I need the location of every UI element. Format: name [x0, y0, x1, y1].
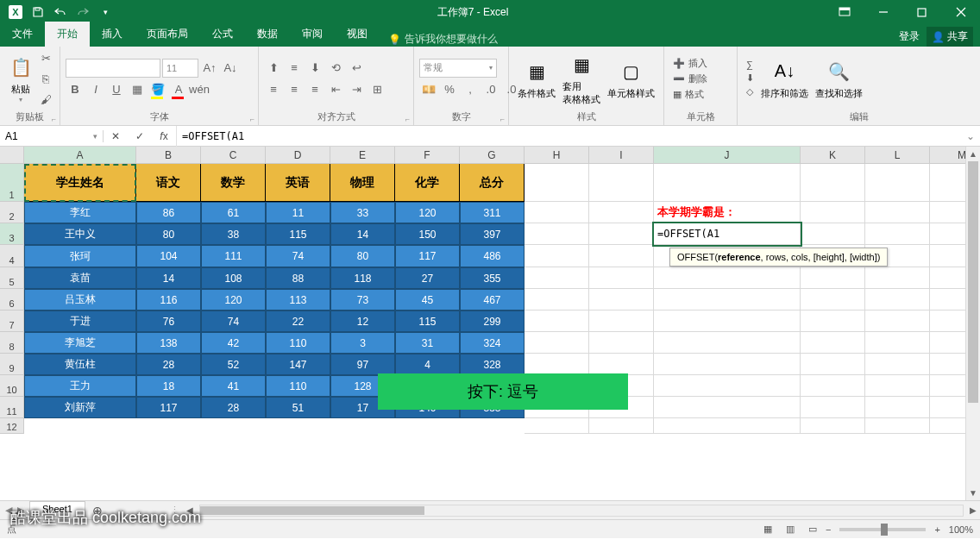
cell[interactable]: [654, 418, 801, 434]
row-header[interactable]: 10: [0, 375, 24, 397]
tab-home[interactable]: 开始: [45, 22, 90, 47]
row-header[interactable]: 5: [0, 267, 24, 289]
row-header[interactable]: 12: [0, 418, 24, 434]
cell[interactable]: 104: [136, 245, 201, 267]
cell[interactable]: 王中义: [24, 223, 136, 245]
cell[interactable]: 88: [266, 267, 330, 289]
cell[interactable]: 150: [395, 223, 460, 245]
cell[interactable]: 18: [136, 375, 201, 397]
launcher-icon[interactable]: ⌐: [405, 115, 410, 123]
cell[interactable]: 黄伍柱: [24, 354, 136, 375]
col-header[interactable]: H: [525, 147, 589, 164]
cell[interactable]: [865, 310, 930, 332]
align-middle-icon[interactable]: ≡: [285, 59, 304, 78]
cell[interactable]: 14: [136, 267, 201, 289]
number-format-combo[interactable]: 常规▾: [419, 59, 497, 78]
row-header[interactable]: 11: [0, 397, 24, 418]
font-color-button[interactable]: A: [169, 80, 188, 99]
cell[interactable]: 李红: [24, 202, 136, 223]
col-header[interactable]: K: [801, 147, 865, 164]
cell[interactable]: [865, 397, 930, 418]
copy-icon[interactable]: ⎘: [36, 69, 55, 88]
fx-icon[interactable]: fx: [152, 126, 176, 147]
wrap-text-button[interactable]: ↩: [347, 59, 366, 78]
cell[interactable]: [654, 267, 801, 289]
cell[interactable]: 138: [136, 332, 201, 354]
cell[interactable]: [865, 418, 930, 434]
cell[interactable]: [654, 397, 801, 418]
cell[interactable]: [865, 223, 930, 245]
cell[interactable]: [525, 418, 589, 434]
cell[interactable]: [865, 164, 930, 202]
font-name-combo[interactable]: [66, 59, 160, 78]
col-header[interactable]: G: [460, 147, 525, 164]
select-all-corner[interactable]: [0, 147, 24, 164]
tab-data[interactable]: 数据: [245, 22, 290, 47]
conditional-format-button[interactable]: ▦条件格式: [514, 56, 559, 102]
clear-button[interactable]: ◇: [746, 85, 754, 98]
horizontal-scrollbar[interactable]: ⋮ ◀ ▶: [170, 501, 980, 519]
align-bottom-icon[interactable]: ⬇: [305, 59, 324, 78]
cell[interactable]: 110: [266, 375, 330, 397]
cell[interactable]: 115: [266, 223, 330, 245]
format-painter-icon[interactable]: 🖌: [36, 90, 55, 109]
cell[interactable]: 27: [395, 267, 460, 289]
col-header[interactable]: L: [865, 147, 930, 164]
increase-font-icon[interactable]: A↑: [200, 59, 219, 78]
cell[interactable]: 117: [395, 245, 460, 267]
cell[interactable]: 45: [395, 289, 460, 310]
cell[interactable]: 324: [460, 332, 525, 354]
cell[interactable]: 74: [201, 310, 266, 332]
cell[interactable]: 76: [136, 310, 201, 332]
cell[interactable]: [589, 245, 654, 267]
cell[interactable]: 111: [201, 245, 266, 267]
cell[interactable]: 刘新萍: [24, 397, 136, 418]
cell[interactable]: [589, 289, 654, 310]
page-layout-view-icon[interactable]: ▥: [781, 522, 800, 537]
cell[interactable]: 397: [460, 223, 525, 245]
row-header[interactable]: 9: [0, 354, 24, 375]
cell[interactable]: 化学: [395, 164, 460, 202]
cut-icon[interactable]: ✂: [36, 48, 55, 67]
cell[interactable]: 28: [136, 354, 201, 375]
cell[interactable]: 116: [136, 289, 201, 310]
row-header[interactable]: 3: [0, 223, 24, 245]
cell[interactable]: [525, 164, 589, 202]
scroll-down-icon[interactable]: ▼: [966, 486, 980, 500]
tab-layout[interactable]: 页面布局: [135, 22, 200, 47]
cell[interactable]: [589, 418, 654, 434]
cell[interactable]: [525, 245, 589, 267]
cell[interactable]: [865, 267, 930, 289]
col-header[interactable]: I: [589, 147, 654, 164]
cell[interactable]: 118: [330, 267, 395, 289]
tab-insert[interactable]: 插入: [90, 22, 135, 47]
col-header[interactable]: F: [395, 147, 460, 164]
cell[interactable]: [865, 332, 930, 354]
cell[interactable]: [801, 267, 865, 289]
cell[interactable]: 11: [266, 202, 330, 223]
decrease-font-icon[interactable]: A↓: [221, 59, 240, 78]
cell[interactable]: 12: [330, 310, 395, 332]
page-break-view-icon[interactable]: ▭: [803, 522, 822, 537]
find-select-button[interactable]: 🔍查找和选择: [812, 56, 866, 102]
launcher-icon[interactable]: ⌐: [500, 115, 505, 123]
cell[interactable]: [801, 310, 865, 332]
zoom-slider[interactable]: [839, 528, 926, 531]
cell[interactable]: 33: [330, 202, 395, 223]
tab-view[interactable]: 视图: [335, 22, 380, 47]
format-as-table-button[interactable]: ▦套用 表格格式: [559, 49, 604, 108]
align-right-icon[interactable]: ≡: [305, 80, 324, 99]
cell[interactable]: 299: [460, 310, 525, 332]
cell[interactable]: 467: [460, 289, 525, 310]
cell[interactable]: [801, 223, 865, 245]
cell[interactable]: 311: [460, 202, 525, 223]
cell[interactable]: 学生姓名: [24, 164, 136, 202]
bold-button[interactable]: B: [66, 80, 85, 99]
autosum-button[interactable]: ∑: [746, 59, 754, 71]
comma-icon[interactable]: ,: [461, 80, 480, 99]
cell[interactable]: 147: [266, 354, 330, 375]
cell[interactable]: 117: [136, 397, 201, 418]
cell[interactable]: 物理: [330, 164, 395, 202]
cell[interactable]: 51: [266, 397, 330, 418]
cell[interactable]: [865, 375, 930, 397]
